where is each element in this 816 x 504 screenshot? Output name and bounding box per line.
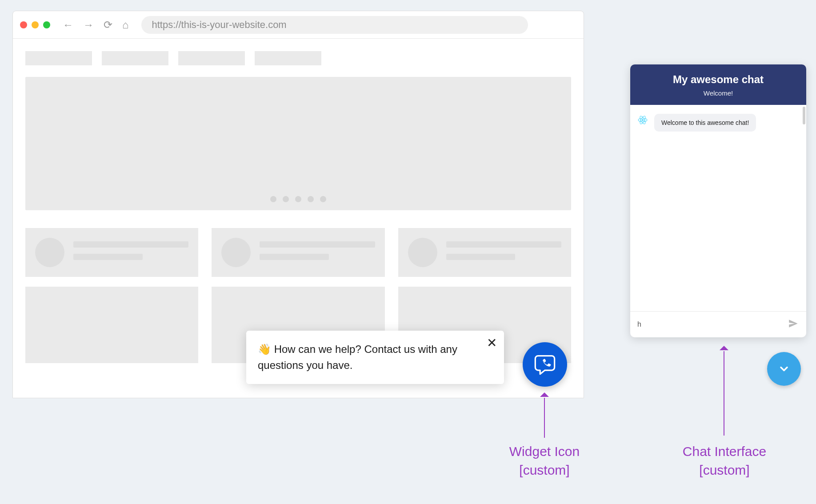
send-icon: [788, 318, 799, 329]
line-skeleton: [446, 254, 516, 260]
chat-title: My awesome chat: [635, 73, 802, 86]
skeleton-block: [178, 51, 245, 65]
home-icon[interactable]: ⌂: [122, 20, 129, 30]
nav-icons: ← → ⟳ ⌂: [63, 20, 129, 30]
chat-text-input[interactable]: [637, 320, 783, 328]
dot-icon[interactable]: [308, 196, 314, 202]
annotation-arrow: [724, 351, 724, 436]
browser-toolbar: ← → ⟳ ⌂ https://this-is-your-website.com: [13, 11, 584, 39]
chat-messages: Welcome to this awesome chat!: [630, 105, 806, 311]
avatar-skeleton: [35, 238, 64, 267]
annotation-label-widget: Widget Icon [custom]: [476, 442, 613, 480]
carousel-dots: [270, 196, 326, 202]
label-line2: [custom]: [658, 461, 791, 480]
dot-icon[interactable]: [283, 196, 289, 202]
hero-skeleton: [25, 77, 571, 210]
back-icon[interactable]: ←: [63, 20, 73, 30]
bot-avatar-icon: [636, 114, 649, 126]
bot-message-bubble: Welcome to this awesome chat!: [654, 114, 756, 132]
traffic-lights: [20, 21, 50, 28]
dot-icon[interactable]: [295, 196, 301, 202]
chat-bubble-phone-icon: [533, 353, 556, 376]
skeleton-block: [255, 51, 321, 65]
message-row: Welcome to this awesome chat!: [636, 114, 800, 132]
close-window-icon[interactable]: [20, 21, 27, 28]
skeleton-block: [102, 51, 168, 65]
nav-skeleton: [25, 51, 571, 65]
line-skeleton: [446, 241, 561, 248]
label-line2: [custom]: [476, 461, 613, 480]
skeleton-block: [25, 51, 92, 65]
chat-input-row: [630, 311, 806, 337]
chat-widget-launcher[interactable]: [523, 342, 567, 387]
label-line1: Widget Icon: [476, 442, 613, 461]
annotation-arrow: [544, 398, 545, 438]
popup-text: 👋 How can we help? Contact us with any q…: [258, 341, 477, 373]
wave-icon: 👋: [258, 343, 274, 355]
reload-icon[interactable]: ⟳: [104, 20, 112, 30]
line-skeleton: [260, 241, 375, 248]
address-bar[interactable]: https://this-is-your-website.com: [141, 16, 528, 34]
skeleton-card: [398, 228, 571, 277]
line-skeleton: [73, 241, 188, 248]
line-skeleton: [260, 254, 329, 260]
annotation-label-chat: Chat Interface [custom]: [658, 442, 791, 480]
line-skeleton: [73, 254, 143, 260]
chat-minimize-button[interactable]: [767, 352, 801, 386]
avatar-skeleton: [221, 238, 251, 267]
label-line1: Chat Interface: [658, 442, 791, 461]
page-skeleton: [13, 39, 584, 376]
chat-header: My awesome chat Welcome!: [630, 64, 806, 105]
url-text: https://this-is-your-website.com: [152, 19, 287, 31]
dot-icon[interactable]: [270, 196, 276, 202]
chat-teaser-popup: ✕ 👋 How can we help? Contact us with any…: [246, 331, 504, 384]
skeleton-card: [25, 287, 198, 363]
minimize-window-icon[interactable]: [32, 21, 39, 28]
cards-row: [25, 228, 571, 277]
close-icon[interactable]: ✕: [487, 337, 497, 349]
chevron-down-icon: [778, 363, 790, 375]
maximize-window-icon[interactable]: [43, 21, 50, 28]
forward-icon[interactable]: →: [83, 20, 94, 30]
dot-icon[interactable]: [320, 196, 326, 202]
svg-point-0: [642, 119, 644, 121]
chat-interface: My awesome chat Welcome! Welcome to this…: [630, 64, 806, 337]
avatar-skeleton: [408, 238, 437, 267]
chat-subtitle: Welcome!: [635, 89, 802, 97]
skeleton-card: [212, 228, 384, 277]
popup-message: How can we help? Contact us with any que…: [258, 343, 457, 371]
send-button[interactable]: [788, 318, 799, 331]
skeleton-card: [25, 228, 198, 277]
